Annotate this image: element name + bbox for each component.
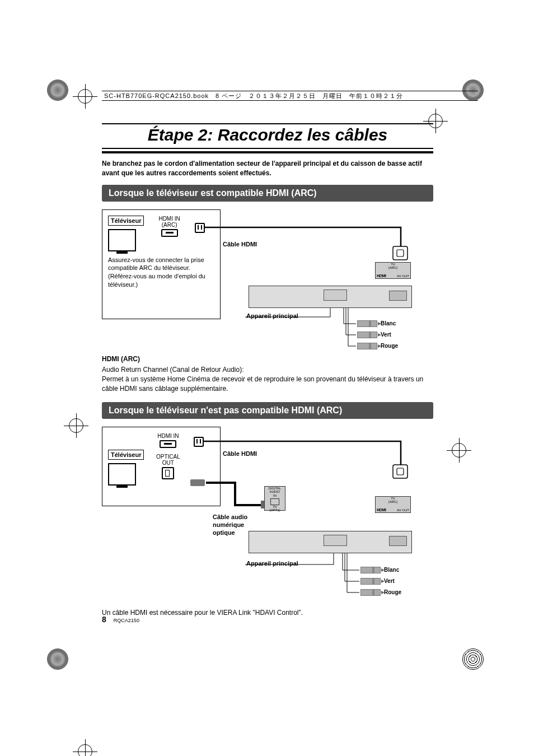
device-jacks-icon-2 [324,535,347,546]
plug-white: Blanc [357,320,396,327]
print-meta-line: SC-HTB770EG-RQCA2150.book 8 ページ ２０１３年２月２… [102,91,478,101]
device-back-digital-block: DIGITAL AUDIO IN TV(OPT1) [264,486,285,511]
svg-rect-3 [397,468,404,475]
hdmi-logo: HDMI [377,274,386,278]
plug-red: Rouge [357,343,398,349]
back-tv-text: TV(ARC) [376,263,410,269]
crop-mark-bl [47,648,68,670]
cable-hdmi-label: Câble HDMI [223,241,257,248]
tv-opt-text: TV(OPT1) [265,505,285,512]
crop-mark-br [462,648,484,670]
registration-mark-tl [73,84,97,109]
title-rule-top [102,123,433,124]
title-rule-bottom [102,148,433,153]
device-label: Appareil principal [246,312,298,319]
plug-green: Vert [357,332,391,338]
hdmi-logo-2: HDMI [377,508,386,512]
device-hdmi-out-icon [389,291,407,301]
page-footer: 8 RQCA2150 [102,615,139,624]
cable-optical-label: Câble audio numérique optique [213,513,247,537]
digital-in-text: DIGITAL AUDIO IN [265,487,285,498]
hdmi-arc-line1: Audio Return Channel (Canal de Retour Au… [102,365,433,375]
device-jacks-icon [324,290,347,301]
diagram-arc: Téléviseur HDMI IN (ARC) Assurez-vous de… [102,209,433,355]
main-device-box [249,286,412,308]
device-label-2: Appareil principal [246,560,298,567]
page-number: 8 [102,615,106,624]
doc-code: RQCA2150 [114,618,139,623]
section2-footnote: Un câble HDMI est nécessaire pour le VIE… [102,608,433,618]
diagram-noarc: Téléviseur HDMI IN OPTICAL OUT [102,427,433,606]
section1-heading: Lorsque le téléviseur est compatible HDM… [102,185,433,202]
section2-heading: Lorsque le téléviseur n'est pas compatib… [102,402,433,419]
hdmi-arc-line2: Permet à un système Home Cinéma de recev… [102,375,433,394]
hdmi-arc-heading: HDMI (ARC) [102,355,433,363]
av-out-text: AV OUT [397,274,409,278]
device-back-hdmi-block-2: TV(ARC) HDMI AV OUT [375,496,411,513]
intro-warning: Ne branchez pas le cordon d'alimentation… [102,159,433,178]
page-title: Étape 2: Raccordez les câbles [102,125,433,144]
device-hdmi-out-icon-2 [389,536,407,546]
av-out-text-2: AV OUT [397,508,409,512]
plug-green-2: Vert [360,578,395,585]
back-tv-text-2: TV(ARC) [376,497,410,503]
plug-red-2: Rouge [360,589,401,596]
registration-mark-ml [64,413,88,438]
print-meta-text: SC-HTB770EG-RQCA2150.book 8 ページ ２０１３年２月２… [104,92,403,100]
plug-white-2: Blanc [360,567,399,573]
main-device-box-2 [249,531,412,553]
registration-mark-mr [447,438,471,463]
cable-hdmi-label-2: Câble HDMI [223,450,257,457]
svg-rect-1 [397,250,404,256]
registration-mark-bl [73,739,97,756]
crop-mark-tl [47,80,68,101]
device-back-hdmi-block: TV(ARC) HDMI AV OUT [375,262,411,279]
